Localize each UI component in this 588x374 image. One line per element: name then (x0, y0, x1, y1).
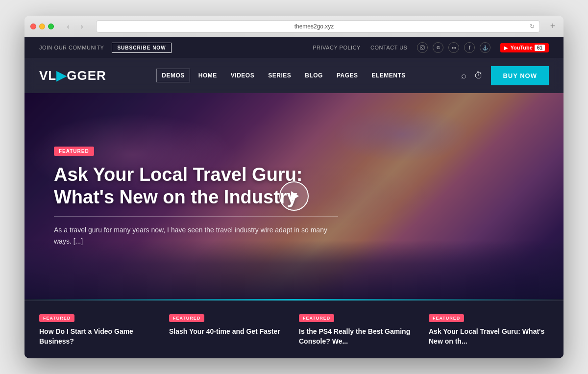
refresh-icon[interactable]: ↻ (530, 23, 535, 30)
hero-divider (54, 216, 338, 217)
svg-point-1 (422, 47, 423, 49)
nav-item-home[interactable]: HOME (193, 69, 222, 82)
buy-now-button[interactable]: BUY NOW (491, 66, 549, 85)
nav-item-elements[interactable]: ELEMENTS (367, 69, 411, 82)
card-3[interactable]: FEATURED Is the PS4 Really the Best Gami… (299, 313, 419, 346)
nav-item-series[interactable]: SERIES (263, 69, 296, 82)
social-icons: G ●● f ⚓ (417, 42, 490, 53)
main-navigation: VL▶GGER DEMOS HOME VIDEOS SERIES BLOG PA… (24, 58, 564, 93)
nav-menu: DEMOS HOME VIDEOS SERIES BLOG PAGES ELEM… (156, 69, 411, 82)
close-button[interactable] (30, 24, 36, 29)
facebook-icon[interactable]: f (464, 42, 475, 53)
google-icon[interactable]: G (433, 42, 443, 53)
play-triangle-icon (291, 191, 299, 201)
card-2-title: Slash Your 40-time and Get Faster (169, 327, 289, 337)
logo-text: VL▶GGER (39, 68, 106, 83)
hero-excerpt: As a travel guru for many years now, I h… (54, 224, 338, 247)
new-tab-button[interactable]: + (548, 22, 558, 31)
nav-right: ⌕ ⏱ BUY NOW (461, 66, 549, 85)
address-bar[interactable]: themes2go.xyz ↻ (96, 20, 540, 33)
top-bar-left: JOIN OUR COMMUNITY SUBSCRIBE NOW (39, 43, 172, 53)
card-2-badge: FEATURED (169, 314, 204, 322)
instagram-icon[interactable] (417, 42, 428, 53)
browser-window: ‹ › themes2go.xyz ↻ + JOIN OUR COMMUNITY… (24, 16, 564, 358)
minimize-button[interactable] (39, 24, 45, 29)
top-bar: JOIN OUR COMMUNITY SUBSCRIBE NOW PRIVACY… (24, 37, 564, 58)
history-icon[interactable]: ⏱ (474, 71, 483, 81)
site-logo[interactable]: VL▶GGER (39, 68, 106, 83)
card-4-badge: FEATURED (429, 314, 464, 322)
hero-featured-badge: FEATURED (54, 147, 94, 156)
url-text: themes2go.xyz (101, 23, 527, 30)
hero-play-button[interactable] (279, 181, 309, 211)
card-3-badge: FEATURED (299, 314, 334, 322)
search-icon[interactable]: ⌕ (461, 71, 466, 81)
nav-item-pages[interactable]: PAGES (331, 69, 364, 82)
hero-water (24, 240, 564, 299)
card-1-badge: FEATURED (39, 314, 74, 322)
flickr-icon[interactable]: ●● (448, 42, 459, 53)
card-1-title: How Do I Start a Video Game Business? (39, 327, 159, 346)
nav-item-demos[interactable]: DEMOS (156, 69, 190, 82)
hero-section: FEATURED Ask Your Local Travel Guru: Wha… (24, 93, 564, 299)
back-arrow[interactable]: ‹ (62, 22, 74, 31)
subscribe-button[interactable]: SUBSCRIBE NOW (112, 43, 171, 53)
svg-rect-0 (420, 46, 424, 50)
anchor-icon[interactable]: ⚓ (480, 42, 490, 53)
traffic-lights (30, 24, 54, 29)
nav-item-blog[interactable]: BLOG (299, 69, 328, 82)
card-4[interactable]: FEATURED Ask Your Local Travel Guru: Wha… (429, 313, 549, 346)
youtube-text: YouTube (510, 45, 532, 50)
card-3-title: Is the PS4 Really the Best Gaming Consol… (299, 327, 419, 346)
top-bar-right: PRIVACY POLICY CONTACT US G ●● (313, 42, 549, 53)
youtube-badge[interactable]: ▶ YouTube 61 (500, 43, 549, 52)
nav-item-videos[interactable]: VIDEOS (225, 69, 260, 82)
privacy-link[interactable]: PRIVACY POLICY (313, 45, 361, 50)
svg-point-2 (423, 47, 424, 47)
contact-link[interactable]: CONTACT US (370, 45, 408, 50)
browser-nav-arrows: ‹ › (62, 22, 88, 31)
website-content: JOIN OUR COMMUNITY SUBSCRIBE NOW PRIVACY… (24, 37, 564, 358)
youtube-count: 61 (535, 45, 545, 51)
card-4-title: Ask Your Local Travel Guru: What's New o… (429, 327, 549, 346)
forward-arrow[interactable]: › (75, 22, 88, 31)
card-2[interactable]: FEATURED Slash Your 40-time and Get Fast… (169, 313, 289, 346)
hero-content: FEATURED Ask Your Local Travel Guru: Wha… (24, 146, 368, 247)
featured-cards-section: FEATURED How Do I Start a Video Game Bus… (24, 300, 564, 358)
card-1[interactable]: FEATURED How Do I Start a Video Game Bus… (39, 313, 159, 346)
youtube-icon: ▶ (504, 45, 508, 50)
maximize-button[interactable] (48, 24, 54, 29)
browser-titlebar: ‹ › themes2go.xyz ↻ + (24, 16, 564, 37)
join-text: JOIN OUR COMMUNITY (39, 45, 104, 50)
